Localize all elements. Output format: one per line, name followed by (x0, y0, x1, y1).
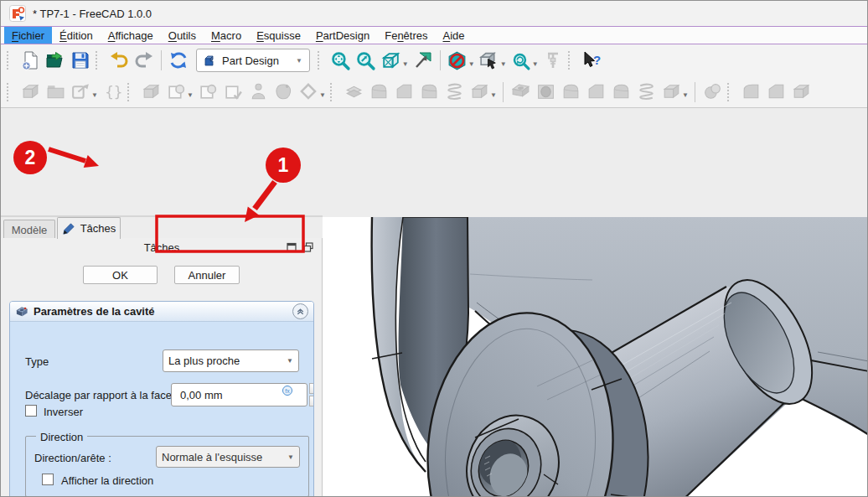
expression-editor-button[interactable] (100, 80, 125, 105)
chamfer-button[interactable] (763, 80, 788, 105)
panel-top-border (1, 215, 323, 217)
additive-helix-button[interactable] (442, 80, 467, 105)
chevron-down-icon[interactable]: ▼ (468, 60, 475, 68)
zoom-tools-button[interactable] (509, 48, 534, 73)
whats-this-button[interactable]: ? (579, 48, 604, 73)
subtractive-primitive-button[interactable] (659, 80, 684, 105)
box-element-selection-button[interactable] (477, 48, 502, 73)
pocket-dialog-header: Paramètres de la cavité (10, 302, 313, 322)
menu-affichage[interactable]: Affichage (101, 27, 161, 44)
menu-fichier[interactable]: Fichier (4, 27, 52, 44)
menu-edition[interactable]: Édition (52, 27, 101, 44)
redo-button[interactable] (132, 48, 157, 73)
pocket-button[interactable] (508, 80, 533, 105)
toolbar-grip[interactable] (318, 51, 325, 70)
groove-button[interactable] (558, 80, 583, 105)
save-document-button[interactable] (68, 48, 93, 73)
chevron-down-icon: ▼ (296, 57, 302, 65)
menu-outils[interactable]: Outils (161, 27, 204, 44)
chevron-down-icon[interactable]: ▼ (402, 60, 409, 68)
create-shapebinder-button[interactable] (245, 80, 271, 105)
subtractive-pipe-button[interactable] (608, 80, 633, 105)
axonometric-view-button[interactable] (379, 48, 404, 73)
toolbar-grip[interactable] (330, 83, 338, 101)
collapse-section-button[interactable] (292, 303, 308, 319)
align-view-button[interactable] (411, 48, 436, 73)
make-link-button[interactable] (68, 80, 93, 105)
hole-button[interactable] (533, 80, 558, 105)
fillet-button[interactable] (738, 80, 763, 105)
boolean-operation-button[interactable] (700, 80, 725, 105)
task-panel: Tâches OK Annuler (1, 238, 323, 497)
tab-tasks[interactable]: Tâches (57, 217, 121, 239)
measure-button[interactable] (540, 48, 566, 73)
toolbar-grip[interactable] (7, 83, 14, 101)
expression-icon[interactable]: fx (282, 386, 292, 396)
tab-tasks-label: Tâches (80, 222, 116, 235)
menu-partdesign[interactable]: PartDesign (308, 27, 377, 44)
workbench-selector[interactable]: Part Design ▼ (196, 49, 310, 72)
pocket-dialog-title: Paramètres de la cavité (34, 305, 155, 318)
open-document-button[interactable] (43, 48, 68, 73)
subtractive-loft-button[interactable] (583, 80, 608, 105)
create-datum-button[interactable] (296, 80, 321, 105)
tab-model[interactable]: Modèle (3, 220, 55, 239)
create-body-button[interactable] (138, 80, 163, 105)
menu-fenetres[interactable]: Fenêtres (377, 27, 435, 44)
expression-icon-glyph: fx (285, 388, 289, 394)
draft-button[interactable] (788, 80, 814, 105)
dock-panel-icon[interactable] (287, 242, 297, 252)
direction-edge-combobox[interactable]: Normale à l'esquisse ▼ (156, 446, 300, 468)
spin-up-button[interactable]: ▲ (309, 383, 314, 394)
spin-down-button[interactable]: ▼ (309, 396, 314, 406)
toolbar-grip[interactable] (96, 51, 103, 70)
fit-all-button[interactable] (328, 48, 354, 73)
reversed-label: Inverser (44, 406, 83, 418)
toolbar-standard: Part Design ▼ ▼ ▼ ▼ ▼ (1, 44, 867, 76)
pencil-icon (62, 222, 75, 236)
part-design-workbench-icon (204, 54, 217, 67)
toolbar-grip[interactable] (727, 83, 735, 101)
menu-esquisse[interactable]: Esquisse (249, 27, 308, 44)
subtractive-helix-button[interactable] (633, 80, 659, 105)
offset-label: Décalage par rapport à la face (25, 389, 172, 401)
ok-button[interactable]: OK (83, 266, 158, 284)
show-direction-checkbox[interactable] (42, 474, 54, 485)
chevron-down-icon[interactable]: ▼ (532, 60, 539, 68)
revolution-button[interactable] (366, 80, 391, 105)
cancel-button[interactable]: Annuler (174, 266, 240, 284)
pad-button[interactable] (341, 80, 366, 105)
chevron-down-icon[interactable]: ▼ (500, 60, 507, 68)
additive-loft-button[interactable] (391, 80, 416, 105)
workbench-selector-value: Part Design (222, 54, 279, 67)
reversed-checkbox[interactable] (25, 405, 37, 417)
create-part-button[interactable] (18, 80, 43, 105)
create-clone-button[interactable] (271, 80, 296, 105)
toolbar-grip[interactable] (7, 51, 14, 70)
undo-button[interactable] (106, 48, 132, 73)
create-group-button[interactable] (43, 80, 68, 105)
additive-pipe-button[interactable] (416, 80, 442, 105)
validate-sketch-button[interactable] (220, 80, 245, 105)
type-combobox[interactable]: La plus proche ▼ (163, 349, 299, 372)
clipping-plane-button[interactable] (445, 48, 470, 73)
zoom-selection-button[interactable] (354, 48, 379, 73)
toolbar-grip[interactable] (127, 83, 135, 101)
direction-edge-label: Direction/arête : (34, 452, 111, 464)
edit-sketch-button[interactable] (195, 80, 220, 105)
additive-primitive-button[interactable] (467, 80, 492, 105)
3d-viewport[interactable] (323, 217, 868, 497)
svg-text:?: ? (593, 53, 601, 67)
create-sketch-button[interactable] (163, 80, 189, 105)
panel-title: Tâches (1, 241, 323, 254)
float-panel-icon[interactable] (303, 242, 313, 252)
direction-groupbox: Direction Direction/arête : Normale à l'… (25, 436, 309, 497)
menu-macro[interactable]: Macro (204, 27, 249, 44)
new-document-button[interactable] (18, 48, 43, 73)
refresh-button[interactable] (166, 48, 191, 73)
freecad-logo-icon (9, 5, 26, 22)
toolbar-grip[interactable] (568, 51, 576, 70)
main-area: Modèle Tâches Tâches OK Annuler (1, 108, 867, 497)
menu-aide[interactable]: Aide (436, 27, 473, 44)
titlebar: * TP7-1 - FreeCAD 1.0.0 (1, 1, 867, 26)
